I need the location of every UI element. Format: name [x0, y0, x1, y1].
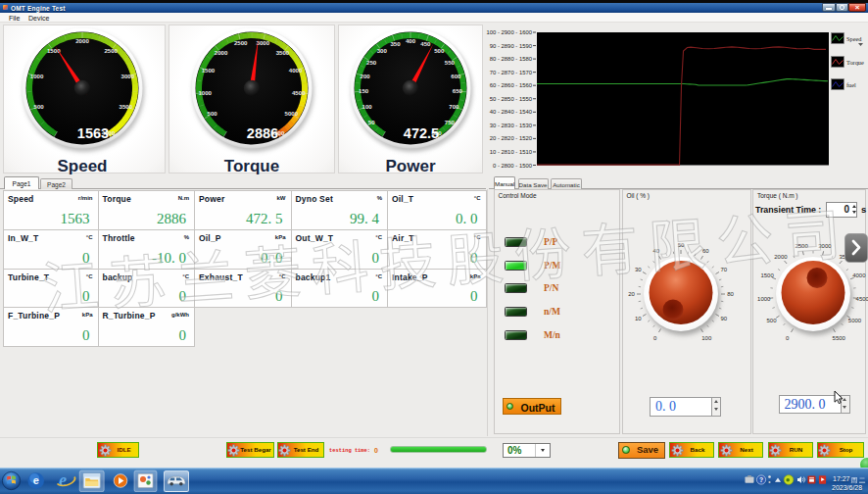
svg-text:3000: 3000 — [818, 243, 832, 249]
svg-text:2500: 2500 — [795, 243, 808, 249]
svg-text:20: 20 — [628, 291, 635, 297]
svg-text:60: 60 — [702, 248, 709, 254]
svg-text:e: e — [33, 474, 39, 486]
svg-text:?: ? — [759, 476, 763, 483]
svg-text:80: 80 — [727, 291, 734, 297]
svg-text:e: e — [59, 470, 67, 490]
svg-text:90: 90 — [720, 316, 727, 321]
svg-text:10: 10 — [635, 316, 642, 321]
svg-text:40: 40 — [652, 248, 659, 254]
svg-text:1000: 1000 — [757, 296, 771, 302]
svg-text:4000: 4000 — [852, 272, 866, 278]
svg-text:4500: 4500 — [856, 296, 868, 302]
svg-text:30: 30 — [635, 267, 642, 272]
svg-text:50: 50 — [678, 242, 685, 248]
svg-text:100: 100 — [701, 335, 712, 341]
svg-text:0: 0 — [786, 335, 790, 341]
svg-text:0: 0 — [653, 335, 657, 341]
svg-text:5000: 5000 — [848, 318, 862, 323]
svg-text:1500: 1500 — [760, 272, 774, 278]
svg-text:2000: 2000 — [774, 254, 788, 260]
svg-text:70: 70 — [720, 267, 727, 272]
svg-text:500: 500 — [767, 318, 778, 323]
svg-text:5500: 5500 — [833, 335, 846, 341]
